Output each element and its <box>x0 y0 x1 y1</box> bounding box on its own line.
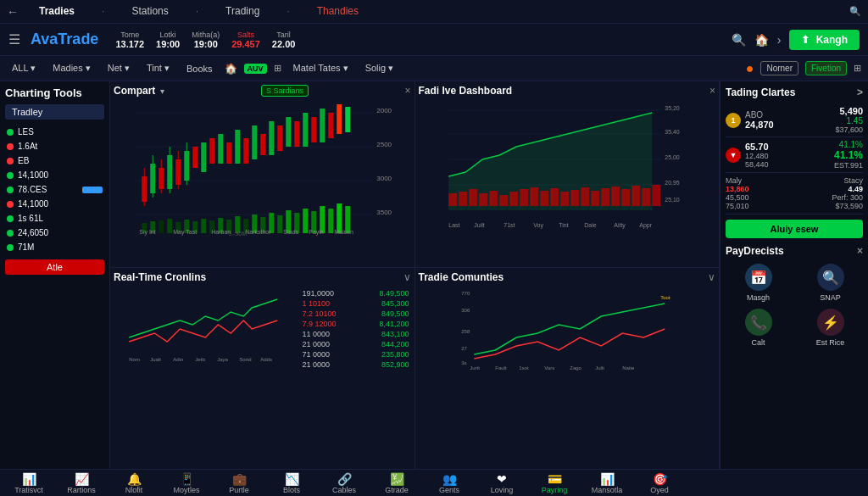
grid-icon[interactable]: ⊞ <box>854 63 861 74</box>
norner-badge[interactable]: Norner <box>760 61 798 75</box>
nav-stations[interactable]: Stations <box>125 0 175 24</box>
oyed-label: Oyed <box>650 486 669 494</box>
task-cables[interactable]: 🔗 Cables <box>319 471 370 496</box>
cables-label: Cables <box>332 486 356 494</box>
task-blots[interactable]: 📉 Blots <box>266 471 317 496</box>
task-nlofit[interactable]: 🔔 Nlofit <box>108 471 159 496</box>
logo-suffix: Trade <box>58 31 98 47</box>
payring-label: Payring <box>542 486 568 494</box>
task-gtrade[interactable]: 💹 Gtrade <box>371 471 422 496</box>
svg-text:Narksthor: Narksthor <box>245 229 271 235</box>
pay-icon-calt[interactable]: 📞 Calt <box>726 309 791 347</box>
toolbar-books[interactable]: Books <box>181 62 218 75</box>
task-mansotla[interactable]: 📊 Mansotla <box>581 471 632 496</box>
svg-text:Jurtt: Jurtt <box>470 365 480 371</box>
fast-dashboard-close[interactable]: × <box>709 85 715 97</box>
rs-item-sbad[interactable]: ▼ 65.70 12,480 58,440 41.1% 41.1% EST.99… <box>726 137 863 173</box>
pay-icon-snap[interactable]: 🔍 SNAP <box>798 264 863 302</box>
oyed-icon: 🎯 <box>653 472 667 486</box>
rs-maly-col: Maly 13,860 45,500 75,010 <box>726 176 749 210</box>
main-chart-close[interactable]: × <box>404 85 410 97</box>
calt-icon: 📞 <box>745 309 772 336</box>
stat-taril: Taril 22.00 <box>272 31 296 49</box>
sidebar-add-btn[interactable]: Atle <box>5 259 104 275</box>
sidebar-item-8[interactable]: 71M <box>5 240 104 254</box>
svg-text:2000: 2000 <box>376 107 392 114</box>
hamburger-icon[interactable]: ☰ <box>8 31 20 47</box>
task-gents[interactable]: 👥 Gents <box>424 471 475 496</box>
sidebar-item-2[interactable]: EB <box>5 153 104 168</box>
task-oyed[interactable]: 🎯 Oyed <box>634 471 685 496</box>
sidebar-label-3: 14,1000 <box>18 170 48 180</box>
task-rartions[interactable]: 📈 Rartions <box>56 471 107 496</box>
tradie-title: Tradie Comunties <box>419 271 504 283</box>
svg-text:258: 258 <box>461 329 470 334</box>
svg-rect-94 <box>570 190 579 206</box>
sidebar-tab-tradley[interactable]: Tradley <box>5 104 104 120</box>
svg-rect-41 <box>159 220 164 233</box>
sidebar-item-4[interactable]: 78.CES <box>5 182 104 197</box>
svg-rect-32 <box>294 121 299 147</box>
main-chart-chevron[interactable]: ▾ <box>160 86 164 96</box>
auv-badge[interactable]: AUV <box>244 64 267 74</box>
svg-text:Julit: Julit <box>595 365 604 371</box>
svg-rect-91 <box>540 191 548 206</box>
pay-directs-close[interactable]: × <box>857 245 863 257</box>
toolbar-all[interactable]: ALL ▾ <box>7 61 41 75</box>
rs-col-abo: ABO 24,870 <box>745 110 831 130</box>
toolbar-madies[interactable]: Madies ▾ <box>47 61 96 75</box>
main-chart-badge: S Sardians <box>261 85 309 97</box>
svg-text:Fault: Fault <box>495 365 507 371</box>
login-button[interactable]: ⬆ Kangh <box>789 30 860 50</box>
svg-text:1sot: 1sot <box>519 365 529 371</box>
dot-3 <box>7 172 14 179</box>
pay-icon-estrice[interactable]: ⚡ Est Rice <box>798 309 863 347</box>
nav-sep2: · <box>189 0 205 24</box>
right-sidebar: Tading Clartes > 1 ABO 24,870 5,490 1.45… <box>720 81 868 469</box>
svg-text:27: 27 <box>461 346 467 351</box>
task-tratisvct[interactable]: 📊 Tratisvct <box>3 471 54 496</box>
toolbar-solig[interactable]: Solig ▾ <box>360 61 399 75</box>
task-loving[interactable]: ❤ Loving <box>476 471 527 496</box>
nav-tradies[interactable]: Tradies <box>32 0 81 24</box>
nav-thandies[interactable]: Thandies <box>310 0 365 24</box>
sidebar-item-1[interactable]: 1.6At <box>5 139 104 153</box>
svg-text:Nom: Nom <box>129 357 140 362</box>
toolbar-tint[interactable]: Tint ▾ <box>142 61 175 75</box>
svg-text:2500: 2500 <box>376 141 392 148</box>
search-header-icon[interactable]: 🔍 <box>732 33 746 47</box>
realtime-close[interactable]: ∨ <box>403 271 411 283</box>
fivetion-badge[interactable]: Fivetion <box>805 61 847 75</box>
purtle-icon: 💼 <box>232 472 247 486</box>
tradie-close[interactable]: ∨ <box>708 271 715 283</box>
rt-row-7: 71 0000235,800 <box>303 349 409 359</box>
rs-item-abo[interactable]: 1 ABO 24,870 5,490 1.45 $37,600 <box>726 103 863 137</box>
trading-claries-btn[interactable]: Aluiy esew <box>726 220 863 238</box>
sidebar-item-5[interactable]: 14,1000 <box>5 197 104 211</box>
svg-rect-38 <box>345 107 350 132</box>
sidebar-item-3[interactable]: 14,1000 <box>5 168 104 182</box>
toolbar-net[interactable]: Net ▾ <box>103 61 135 75</box>
svg-text:3500: 3500 <box>376 209 392 216</box>
svg-rect-23 <box>218 134 223 164</box>
svg-rect-87 <box>499 195 508 206</box>
svg-rect-29 <box>269 121 274 155</box>
task-payring[interactable]: 💳 Payring <box>529 471 580 496</box>
sidebar-item-7[interactable]: 24,6050 <box>5 226 104 240</box>
task-moytles[interactable]: 📱 Moytles <box>161 471 212 496</box>
sidebar-item-6[interactable]: 1s 61L <box>5 211 104 226</box>
back-arrow[interactable]: ← <box>7 5 19 19</box>
nav-trading[interactable]: Trading <box>219 0 266 24</box>
forward-icon[interactable]: › <box>777 33 782 47</box>
svg-text:May Tast: May Tast <box>173 229 197 236</box>
sidebar-item-les[interactable]: LES <box>5 125 104 139</box>
snap-icon: 🔍 <box>817 264 844 291</box>
toolbar-market-rates[interactable]: Matel Tates ▾ <box>288 61 353 75</box>
search-icon[interactable]: 🔍 <box>849 6 861 17</box>
svg-rect-26 <box>243 138 248 164</box>
svg-rect-89 <box>520 189 528 206</box>
trading-claries-arrow[interactable]: > <box>857 86 863 98</box>
pay-icon-masgh[interactable]: 📅 Masgh <box>726 264 791 302</box>
task-purtle[interactable]: 💼 Purtle <box>214 471 264 496</box>
home-icon[interactable]: 🏠 <box>754 33 769 47</box>
